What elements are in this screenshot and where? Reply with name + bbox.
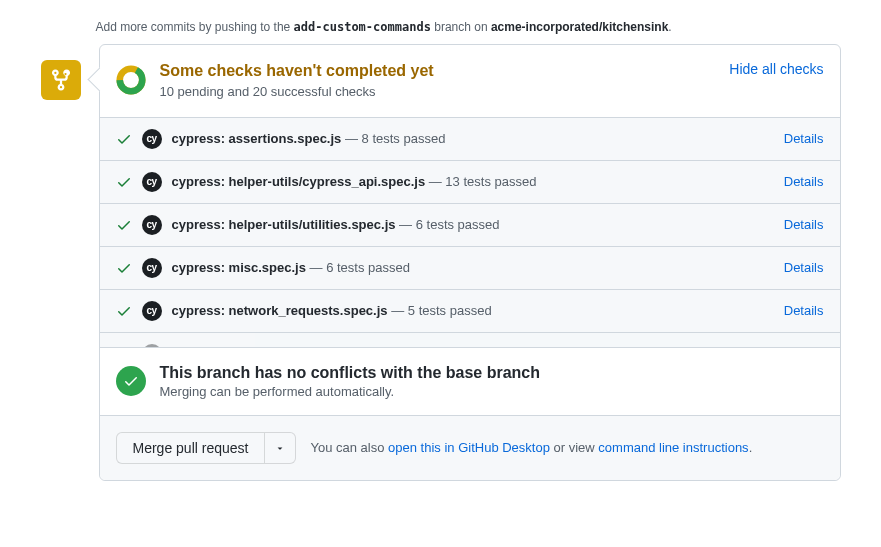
check-row-partial (100, 333, 840, 347)
cypress-avatar: cy (142, 258, 162, 278)
chevron-down-icon (275, 443, 285, 453)
check-row: cy cypress: helper-utils/utilities.spec.… (100, 204, 840, 247)
status-donut-icon (116, 65, 146, 95)
check-row: cy cypress: assertions.spec.js — 8 tests… (100, 118, 840, 161)
check-success-icon (116, 303, 132, 319)
cypress-avatar (142, 344, 162, 347)
check-label: cypress: assertions.spec.js — 8 tests pa… (172, 131, 774, 146)
details-link[interactable]: Details (784, 303, 824, 318)
check-row: cy cypress: helper-utils/cypress_api.spe… (100, 161, 840, 204)
details-link[interactable]: Details (784, 131, 824, 146)
cypress-avatar: cy (142, 215, 162, 235)
push-hint: Add more commits by pushing to the add-c… (96, 20, 841, 34)
merge-note: You can also open this in GitHub Desktop… (310, 440, 752, 455)
checks-subtitle: 10 pending and 20 successful checks (160, 84, 716, 99)
check-success-icon (116, 217, 132, 233)
cypress-avatar: cy (142, 301, 162, 321)
merge-status-section: This branch has no conflicts with the ba… (100, 347, 840, 415)
details-link[interactable]: Details (784, 174, 824, 189)
checks-panel: Some checks haven't completed yet 10 pen… (99, 44, 841, 481)
check-success-icon (116, 131, 132, 147)
check-label: cypress: network_requests.spec.js — 5 te… (172, 303, 774, 318)
open-desktop-link[interactable]: open this in GitHub Desktop (388, 440, 550, 455)
cypress-avatar: cy (142, 172, 162, 192)
details-link[interactable]: Details (784, 217, 824, 232)
merge-icon (41, 60, 81, 100)
check-label: cypress: helper-utils/cypress_api.spec.j… (172, 174, 774, 189)
merge-actions-section: Merge pull request You can also open thi… (100, 415, 840, 480)
check-success-icon (116, 260, 132, 276)
cli-instructions-link[interactable]: command line instructions (598, 440, 748, 455)
check-label: cypress: misc.spec.js — 6 tests passed (172, 260, 774, 275)
merge-pr-button[interactable]: Merge pull request (116, 432, 266, 464)
check-success-icon (116, 174, 132, 190)
check-success-icon (116, 346, 132, 347)
panel-header: Some checks haven't completed yet 10 pen… (100, 45, 840, 117)
merge-status-subtitle: Merging can be performed automatically. (160, 384, 541, 399)
checks-title: Some checks haven't completed yet (160, 61, 716, 82)
success-check-icon (116, 366, 146, 396)
cypress-avatar: cy (142, 129, 162, 149)
check-row: cy cypress: misc.spec.js — 6 tests passe… (100, 247, 840, 290)
checks-list[interactable]: cy cypress: assertions.spec.js — 8 tests… (100, 117, 840, 347)
merge-dropdown-button[interactable] (265, 432, 296, 464)
merge-status-title: This branch has no conflicts with the ba… (160, 364, 541, 382)
hide-all-checks-link[interactable]: Hide all checks (729, 61, 823, 77)
repo-name: acme-incorporated/kitchensink (491, 20, 668, 34)
check-row: cy cypress: network_requests.spec.js — 5… (100, 290, 840, 333)
details-link[interactable]: Details (784, 260, 824, 275)
check-label: cypress: helper-utils/utilities.spec.js … (172, 217, 774, 232)
branch-name: add-custom-commands (294, 20, 431, 34)
